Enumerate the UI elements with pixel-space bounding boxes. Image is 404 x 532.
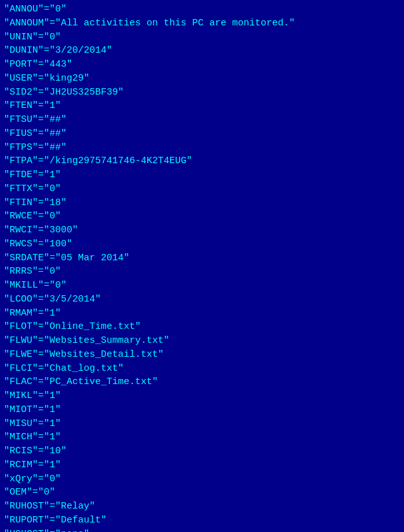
terminal-line: "MIOT"="1"	[4, 403, 400, 417]
terminal-line: "xQry"="0"	[4, 472, 400, 486]
terminal-line: "RWCS"="100"	[4, 237, 400, 251]
terminal-line: "RUHOST"="Relay"	[4, 500, 400, 514]
terminal-line: "FLCI"="Chat_log.txt"	[4, 362, 400, 376]
terminal-line: "ANNOU"="0"	[4, 3, 400, 17]
terminal-line: "FTIN"="18"	[4, 196, 400, 210]
terminal-line: "DUNIN"="3/20/2014"	[4, 44, 400, 58]
terminal-line: "MIKL"="1"	[4, 389, 400, 403]
terminal-line: "PORT"="443"	[4, 58, 400, 72]
terminal-line: "FTPS"="##"	[4, 141, 400, 155]
terminal-line: "RUPORT"="Default"	[4, 514, 400, 528]
terminal-line: "ANNOUM"="All activities on this PC are …	[4, 17, 400, 30]
terminal-line: "FLAC"="PC_Active_Time.txt"	[4, 375, 400, 389]
terminal-line: "SID2"="JH2US325BF39"	[4, 86, 400, 100]
terminal-line: "RWCI"="3000"	[4, 223, 400, 237]
terminal-line: "USER"="king29"	[4, 72, 400, 86]
terminal-line: "MKILL"="0"	[4, 279, 400, 293]
terminal-line: "FTSU"="##"	[4, 113, 400, 127]
terminal-line: "FTEN"="1"	[4, 99, 400, 113]
terminal-line: "MISU"="1"	[4, 417, 400, 431]
terminal-line: "USHOST"="none"	[4, 528, 400, 533]
terminal-line: "MICH"="1"	[4, 430, 400, 444]
terminal-line: "FIUS"="##"	[4, 127, 400, 141]
terminal-output: "ANNOU"="0""ANNOUM"="All activities on t…	[0, 0, 404, 532]
terminal-line: "SRDATE"="05 Mar 2014"	[4, 251, 400, 265]
terminal-line: "RRRS"="0"	[4, 265, 400, 279]
terminal-line: "FLWE"="Websites_Detail.txt"	[4, 348, 400, 362]
terminal-line: "FTPA"="/king2975741746-4K2T4EUG"	[4, 154, 400, 168]
terminal-line: "RCIS"="10"	[4, 444, 400, 458]
terminal-line: "FLOT"="Online_Time.txt"	[4, 320, 400, 334]
terminal-line: "FTDE"="1"	[4, 168, 400, 182]
terminal-line: "RWCE"="0"	[4, 209, 400, 223]
terminal-line: "RCIM"="1"	[4, 458, 400, 472]
terminal-line: "FLWU"="Websites_Summary.txt"	[4, 334, 400, 348]
terminal-line: "RMAM"="1"	[4, 307, 400, 321]
terminal-line: "FTTX"="0"	[4, 182, 400, 196]
terminal-line: "LCOO"="3/5/2014"	[4, 293, 400, 307]
terminal-line: "OEM"="0"	[4, 486, 400, 500]
terminal-line: "UNIN"="0"	[4, 30, 400, 44]
